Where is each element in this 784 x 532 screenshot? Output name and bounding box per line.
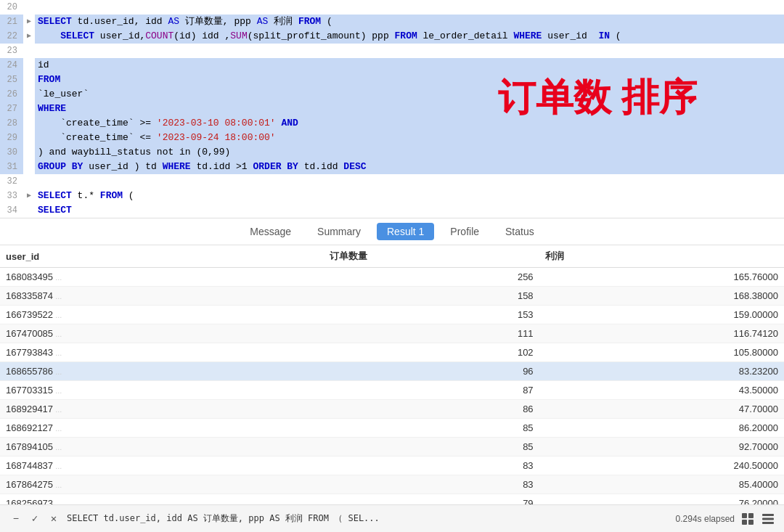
cell-orders: 102 (324, 343, 539, 362)
column-header-user_id: user_id (0, 245, 324, 268)
line-content: `le_user` (35, 87, 784, 102)
cell-orders: 111 (324, 324, 539, 343)
line-number: 27 (0, 102, 23, 116)
tab-summary[interactable]: Summary (307, 223, 371, 240)
results-area[interactable]: user_id订单数量利润 168083495 ...256165.760001… (0, 245, 784, 504)
cell-userid: 168335874 ... (0, 287, 324, 306)
table-row[interactable]: 168256973 ......7976.20000 (0, 494, 784, 505)
cell-profit: 92.70000 (539, 438, 784, 457)
cell-userid: 167470085 ... (0, 324, 324, 343)
cell-userid: 168744837 ... (0, 457, 324, 475)
cell-userid: 167894105 ... (0, 438, 324, 457)
cell-orders: 153 (324, 306, 539, 324)
status-query-text: SELECT td.user_id, idd AS 订单数量, ppp AS 利… (67, 512, 670, 525)
line-content: SELECT (35, 203, 784, 218)
line-content: `create_time` >= '2023-03-10 08:00:01' A… (35, 116, 784, 131)
table-row[interactable]: 168083495 ...256165.76000 (0, 268, 784, 287)
check-button[interactable]: ✓ (28, 512, 42, 526)
line-content: `create_time` <= '2023-09-24 18:00:00' (35, 131, 784, 145)
code-line-21: 21▶SELECT td.user_id, idd AS 订单数量, ppp A… (0, 15, 784, 29)
cell-orders: 83 (324, 475, 539, 494)
code-line-20: 20 (0, 0, 784, 15)
grid-view-icon[interactable] (740, 512, 755, 526)
line-content: SELECT user_id,COUNT(id) idd ,SUM(split_… (35, 29, 784, 44)
code-editor: 2021▶SELECT td.user_id, idd AS 订单数量, ppp… (0, 0, 784, 218)
status-bar: − ✓ ✕ SELECT td.user_id, idd AS 订单数量, pp… (0, 504, 784, 532)
line-content: FROM (35, 73, 784, 87)
table-row[interactable]: 168655786 ...9683.23200 (0, 362, 784, 381)
line-content: SELECT td.user_id, idd AS 订单数量, ppp AS 利… (35, 15, 784, 29)
cell-orders: 83 (324, 457, 539, 475)
cell-orders: 86 (324, 400, 539, 419)
cell-orders: 158 (324, 287, 539, 306)
cell-orders: 87 (324, 381, 539, 400)
line-content: SELECT t.* FROM ( (35, 189, 784, 203)
line-number: 34 (0, 203, 23, 218)
code-line-33: 33▶SELECT t.* FROM ( (0, 189, 784, 203)
tab-profile[interactable]: Profile (440, 223, 489, 240)
cell-profit: 240.50000 (539, 457, 784, 475)
cell-profit: 43.50000 (539, 381, 784, 400)
line-number: 29 (0, 131, 23, 145)
cell-profit: 86.20000 (539, 419, 784, 438)
cell-orders: 79 (324, 494, 539, 505)
line-number: 23 (0, 44, 23, 58)
close-button[interactable]: ✕ (46, 512, 61, 526)
line-content: ) and waybill_status not in (0,99) (35, 145, 784, 160)
cell-profit: 76.20000 (539, 494, 784, 505)
cell-orders: 85 (324, 419, 539, 438)
cell-orders: 96 (324, 362, 539, 381)
cell-profit: 85.40000 (539, 475, 784, 494)
table-row[interactable]: 168744837 ...83240.50000 (0, 457, 784, 475)
code-line-26: 26`le_user` (0, 87, 784, 102)
table-row[interactable]: 167470085 ...111116.74120 (0, 324, 784, 343)
line-number: 21 (0, 15, 23, 29)
code-line-32: 32 (0, 174, 784, 189)
code-line-30: 30) and waybill_status not in (0,99) (0, 145, 784, 160)
cell-userid: 168692127 ... (0, 419, 324, 438)
cell-profit: 168.38000 (539, 287, 784, 306)
svg-rect-3 (748, 520, 754, 525)
line-number: 20 (0, 0, 23, 15)
cell-userid: 168256973 ...... (0, 494, 324, 505)
table-row[interactable]: 167864275 ...8385.40000 (0, 475, 784, 494)
table-row[interactable]: 168692127 ...8586.20000 (0, 419, 784, 438)
line-content: WHERE (35, 102, 784, 116)
svg-rect-4 (762, 514, 774, 516)
line-number: 33 (0, 189, 23, 203)
code-line-24: 24id (0, 58, 784, 73)
svg-rect-2 (742, 520, 747, 525)
line-marker: ▶ (23, 189, 35, 203)
list-view-icon[interactable] (761, 512, 775, 526)
table-row[interactable]: 167793843 ...102105.80000 (0, 343, 784, 362)
cell-profit: 159.00000 (539, 306, 784, 324)
table-row[interactable]: 168335874 ...158168.38000 (0, 287, 784, 306)
table-row[interactable]: 167894105 ...8592.70000 (0, 438, 784, 457)
line-number: 32 (0, 174, 23, 189)
code-line-25: 25FROM (0, 73, 784, 87)
code-line-27: 27WHERE (0, 102, 784, 116)
tab-result1[interactable]: Result 1 (377, 223, 434, 240)
svg-rect-1 (748, 513, 754, 518)
cell-profit: 83.23200 (539, 362, 784, 381)
line-content: id (35, 58, 784, 73)
table-row[interactable]: 168929417 ...8647.70000 (0, 400, 784, 419)
cell-profit: 47.70000 (539, 400, 784, 419)
line-number: 22 (0, 29, 23, 44)
line-number: 30 (0, 145, 23, 160)
tab-message[interactable]: Message (240, 223, 301, 240)
tab-status[interactable]: Status (495, 223, 544, 240)
code-line-31: 31GROUP BY user_id ) td WHERE td.idd >1 … (0, 160, 784, 174)
line-number: 31 (0, 160, 23, 174)
table-row[interactable]: 166739522 ...153159.00000 (0, 306, 784, 324)
cell-orders: 85 (324, 438, 539, 457)
svg-rect-5 (762, 517, 774, 520)
code-line-23: 23 (0, 44, 784, 58)
status-elapsed: 0.294s elapsed (676, 514, 735, 524)
minus-button[interactable]: − (9, 512, 23, 526)
table-row[interactable]: 167703315 ...8743.50000 (0, 381, 784, 400)
svg-rect-0 (742, 513, 747, 518)
cell-userid: 167703315 ... (0, 381, 324, 400)
code-line-22: 22▶ SELECT user_id,COUNT(id) idd ,SUM(sp… (0, 29, 784, 44)
column-header-利润: 利润 (539, 245, 784, 268)
